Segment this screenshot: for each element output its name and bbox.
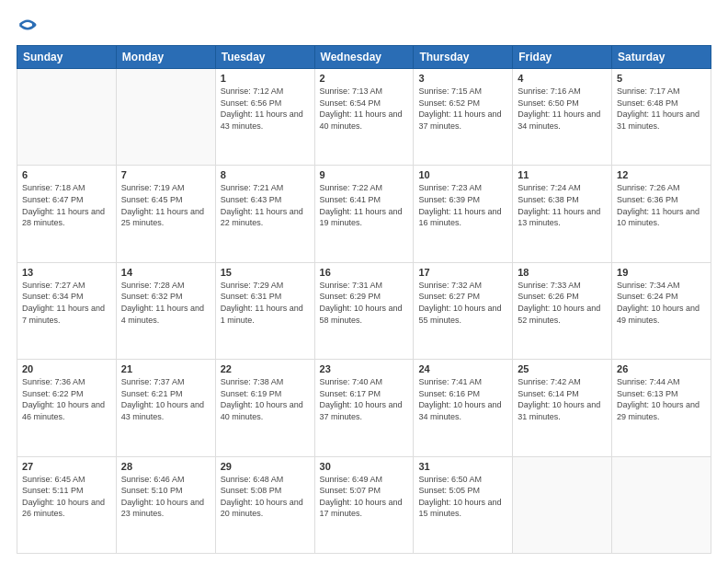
- day-number: 4: [518, 73, 607, 84]
- day-number: 26: [617, 363, 706, 374]
- day-number: 2: [320, 73, 409, 84]
- calendar-cell: 10Sunrise: 7:23 AMSunset: 6:39 PMDayligh…: [414, 166, 513, 262]
- day-number: 5: [617, 73, 706, 84]
- week-row-3: 13Sunrise: 7:27 AMSunset: 6:34 PMDayligh…: [17, 262, 711, 359]
- day-info: Sunrise: 7:34 AMSunset: 6:24 PMDaylight:…: [617, 280, 706, 326]
- day-number: 28: [121, 461, 210, 472]
- calendar-cell: 14Sunrise: 7:28 AMSunset: 6:32 PMDayligh…: [116, 262, 215, 359]
- weekday-header-sunday: Sunday: [17, 46, 117, 69]
- calendar-cell: [17, 69, 117, 166]
- day-number: 18: [518, 267, 607, 278]
- day-info: Sunrise: 7:17 AMSunset: 6:48 PMDaylight:…: [617, 86, 706, 132]
- day-number: 27: [22, 461, 111, 472]
- day-info: Sunrise: 7:23 AMSunset: 6:39 PMDaylight:…: [418, 182, 507, 228]
- calendar-cell: 1Sunrise: 7:12 AMSunset: 6:56 PMDaylight…: [215, 69, 314, 166]
- day-number: 17: [418, 267, 507, 278]
- calendar-cell: 30Sunrise: 6:49 AMSunset: 5:07 PMDayligh…: [314, 456, 414, 553]
- day-number: 1: [221, 73, 310, 84]
- calendar-cell: [513, 456, 612, 553]
- day-info: Sunrise: 7:18 AMSunset: 6:47 PMDaylight:…: [22, 182, 111, 228]
- day-number: 24: [418, 363, 507, 374]
- day-number: 9: [320, 169, 409, 180]
- weekday-header-wednesday: Wednesday: [314, 46, 414, 69]
- day-info: Sunrise: 7:28 AMSunset: 6:32 PMDaylight:…: [121, 280, 210, 326]
- calendar-cell: 9Sunrise: 7:22 AMSunset: 6:41 PMDaylight…: [314, 166, 414, 262]
- weekday-header-row: SundayMondayTuesdayWednesdayThursdayFrid…: [17, 46, 711, 69]
- day-number: 29: [221, 461, 310, 472]
- calendar: SundayMondayTuesdayWednesdayThursdayFrid…: [17, 45, 711, 554]
- day-number: 22: [221, 363, 310, 374]
- day-info: Sunrise: 7:12 AMSunset: 6:56 PMDaylight:…: [221, 86, 310, 132]
- calendar-cell: 20Sunrise: 7:36 AMSunset: 6:22 PMDayligh…: [17, 360, 117, 456]
- day-info: Sunrise: 7:24 AMSunset: 6:38 PMDaylight:…: [518, 182, 607, 228]
- day-info: Sunrise: 7:37 AMSunset: 6:21 PMDaylight:…: [121, 376, 210, 422]
- day-info: Sunrise: 7:27 AMSunset: 6:34 PMDaylight:…: [22, 280, 111, 326]
- day-number: 8: [221, 169, 310, 180]
- day-info: Sunrise: 7:29 AMSunset: 6:31 PMDaylight:…: [221, 280, 310, 326]
- calendar-cell: 17Sunrise: 7:32 AMSunset: 6:27 PMDayligh…: [414, 262, 513, 359]
- day-info: Sunrise: 7:38 AMSunset: 6:19 PMDaylight:…: [221, 376, 310, 422]
- day-number: 31: [418, 461, 507, 472]
- day-info: Sunrise: 7:36 AMSunset: 6:22 PMDaylight:…: [22, 376, 111, 422]
- calendar-cell: 4Sunrise: 7:16 AMSunset: 6:50 PMDaylight…: [513, 69, 612, 166]
- weekday-header-saturday: Saturday: [612, 46, 711, 69]
- day-info: Sunrise: 7:40 AMSunset: 6:17 PMDaylight:…: [320, 376, 409, 422]
- day-number: 10: [418, 169, 507, 180]
- calendar-cell: 12Sunrise: 7:26 AMSunset: 6:36 PMDayligh…: [612, 166, 711, 262]
- calendar-cell: 5Sunrise: 7:17 AMSunset: 6:48 PMDaylight…: [612, 69, 711, 166]
- week-row-2: 6Sunrise: 7:18 AMSunset: 6:47 PMDaylight…: [17, 166, 711, 262]
- day-number: 30: [320, 461, 409, 472]
- calendar-cell: 2Sunrise: 7:13 AMSunset: 6:54 PMDaylight…: [314, 69, 414, 166]
- week-row-5: 27Sunrise: 6:45 AMSunset: 5:11 PMDayligh…: [17, 456, 711, 553]
- day-number: 21: [121, 363, 210, 374]
- calendar-cell: 28Sunrise: 6:46 AMSunset: 5:10 PMDayligh…: [116, 456, 215, 553]
- day-number: 13: [22, 267, 111, 278]
- day-number: 25: [518, 363, 607, 374]
- day-info: Sunrise: 7:22 AMSunset: 6:41 PMDaylight:…: [320, 182, 409, 228]
- calendar-cell: 19Sunrise: 7:34 AMSunset: 6:24 PMDayligh…: [612, 262, 711, 359]
- weekday-header-tuesday: Tuesday: [215, 46, 314, 69]
- calendar-cell: 26Sunrise: 7:44 AMSunset: 6:13 PMDayligh…: [612, 360, 711, 456]
- day-number: 7: [121, 169, 210, 180]
- calendar-cell: 11Sunrise: 7:24 AMSunset: 6:38 PMDayligh…: [513, 166, 612, 262]
- calendar-cell: [116, 69, 215, 166]
- day-number: 19: [617, 267, 706, 278]
- day-number: 15: [221, 267, 310, 278]
- day-info: Sunrise: 7:19 AMSunset: 6:45 PMDaylight:…: [121, 182, 210, 228]
- calendar-cell: [612, 456, 711, 553]
- calendar-cell: 3Sunrise: 7:15 AMSunset: 6:52 PMDaylight…: [414, 69, 513, 166]
- calendar-cell: 25Sunrise: 7:42 AMSunset: 6:14 PMDayligh…: [513, 360, 612, 456]
- calendar-cell: 7Sunrise: 7:19 AMSunset: 6:45 PMDaylight…: [116, 166, 215, 262]
- day-info: Sunrise: 7:32 AMSunset: 6:27 PMDaylight:…: [418, 280, 507, 326]
- day-number: 14: [121, 267, 210, 278]
- day-info: Sunrise: 7:33 AMSunset: 6:26 PMDaylight:…: [518, 280, 607, 326]
- logo: [17, 17, 37, 36]
- weekday-header-friday: Friday: [513, 46, 612, 69]
- day-info: Sunrise: 7:26 AMSunset: 6:36 PMDaylight:…: [617, 182, 706, 228]
- calendar-cell: 15Sunrise: 7:29 AMSunset: 6:31 PMDayligh…: [215, 262, 314, 359]
- day-info: Sunrise: 7:13 AMSunset: 6:54 PMDaylight:…: [320, 86, 409, 132]
- calendar-cell: 31Sunrise: 6:50 AMSunset: 5:05 PMDayligh…: [414, 456, 513, 553]
- day-info: Sunrise: 7:42 AMSunset: 6:14 PMDaylight:…: [518, 376, 607, 422]
- day-number: 6: [22, 169, 111, 180]
- calendar-cell: 29Sunrise: 6:48 AMSunset: 5:08 PMDayligh…: [215, 456, 314, 553]
- calendar-cell: 27Sunrise: 6:45 AMSunset: 5:11 PMDayligh…: [17, 456, 117, 553]
- header: [17, 17, 711, 36]
- day-info: Sunrise: 7:41 AMSunset: 6:16 PMDaylight:…: [418, 376, 507, 422]
- calendar-cell: 24Sunrise: 7:41 AMSunset: 6:16 PMDayligh…: [414, 360, 513, 456]
- week-row-4: 20Sunrise: 7:36 AMSunset: 6:22 PMDayligh…: [17, 360, 711, 456]
- day-info: Sunrise: 7:44 AMSunset: 6:13 PMDaylight:…: [617, 376, 706, 422]
- calendar-cell: 22Sunrise: 7:38 AMSunset: 6:19 PMDayligh…: [215, 360, 314, 456]
- calendar-cell: 18Sunrise: 7:33 AMSunset: 6:26 PMDayligh…: [513, 262, 612, 359]
- calendar-cell: 16Sunrise: 7:31 AMSunset: 6:29 PMDayligh…: [314, 262, 414, 359]
- week-row-1: 1Sunrise: 7:12 AMSunset: 6:56 PMDaylight…: [17, 69, 711, 166]
- day-info: Sunrise: 6:46 AMSunset: 5:10 PMDaylight:…: [121, 474, 210, 520]
- calendar-cell: 8Sunrise: 7:21 AMSunset: 6:43 PMDaylight…: [215, 166, 314, 262]
- calendar-cell: 13Sunrise: 7:27 AMSunset: 6:34 PMDayligh…: [17, 262, 117, 359]
- day-info: Sunrise: 7:16 AMSunset: 6:50 PMDaylight:…: [518, 86, 607, 132]
- weekday-header-thursday: Thursday: [414, 46, 513, 69]
- day-info: Sunrise: 7:21 AMSunset: 6:43 PMDaylight:…: [221, 182, 310, 228]
- day-number: 20: [22, 363, 111, 374]
- logo-icon: [18, 16, 37, 34]
- day-info: Sunrise: 6:50 AMSunset: 5:05 PMDaylight:…: [418, 474, 507, 520]
